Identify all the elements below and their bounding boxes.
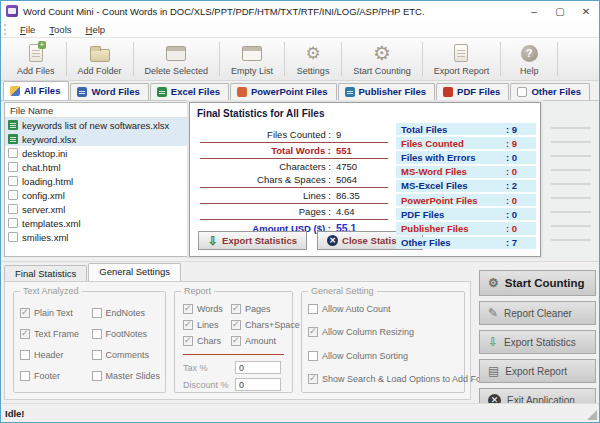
checkbox-box[interactable] (308, 351, 318, 361)
toolbar-separator (557, 42, 558, 76)
menu-tools[interactable]: Tools (42, 24, 78, 35)
tab-all-files[interactable]: All Files (3, 81, 69, 100)
status-bar: Idle! (1, 403, 599, 422)
checkbox-box[interactable] (20, 308, 30, 318)
checkbox-box[interactable] (183, 320, 193, 330)
checkbox-allow-column-sorting[interactable]: Allow Column Sorting (308, 351, 460, 361)
menu-help[interactable]: Help (79, 24, 113, 35)
tab-publisher-files[interactable]: Publisher Files (338, 83, 436, 100)
checkbox-comments[interactable]: Comments (92, 344, 164, 365)
start-counting-action-button[interactable]: ⚙Start Counting (479, 270, 596, 296)
checkbox-box[interactable] (231, 320, 241, 330)
file-row[interactable]: keywords list of new softwares.xlsx (5, 118, 187, 132)
checkbox-box[interactable] (20, 371, 30, 381)
final-statistics-panel: Final Statistics for All Files Files Cou… (189, 102, 541, 257)
checkbox-allow-auto-count[interactable]: Allow Auto Count (308, 304, 460, 314)
checkbox-amount[interactable]: Amount (231, 333, 300, 349)
statistics-buttons: ⇩Export Statistics ✕Close Statistics (198, 231, 423, 250)
help-icon: ? (521, 43, 538, 64)
checkbox-box[interactable] (92, 329, 102, 339)
checkbox-header[interactable]: Header (20, 344, 92, 365)
export-report-button[interactable]: Export Report (424, 38, 500, 80)
file-row[interactable]: chat.html (5, 160, 187, 174)
start-counting-gear-icon: ⚙ (373, 43, 391, 64)
settings-button[interactable]: ⚙ Settings (286, 38, 340, 80)
checkbox-box[interactable] (92, 308, 102, 318)
toolbar-separator (422, 42, 423, 76)
checkbox-box[interactable] (92, 350, 102, 360)
file-type-tabs: All Files Word Files Excel Files PowerPo… (1, 81, 599, 101)
tab-final-statistics[interactable]: Final Statistics (4, 265, 87, 281)
checkbox-endnotes[interactable]: EndNotes (92, 302, 164, 323)
minimize-button-icon[interactable]: – (521, 1, 547, 21)
checkbox-box[interactable] (20, 350, 30, 360)
tab-excel-files[interactable]: Excel Files (150, 83, 229, 100)
add-files-button[interactable]: + Add Files (7, 38, 65, 80)
tab-general-settings[interactable]: General Settings (88, 263, 181, 281)
tab-powerpoint-files[interactable]: PowerPoint Files (230, 83, 337, 100)
file-row[interactable]: server.xml (5, 202, 187, 216)
checkbox-master-slides[interactable]: Master Slides (92, 365, 164, 386)
main-area: File Name keywords list of new softwares… (1, 101, 599, 259)
export-statistics-button[interactable]: ⇩Export Statistics (198, 231, 307, 250)
type-count-row: MS-Word Files: 0 (396, 166, 536, 178)
checkbox-footnotes[interactable]: FootNotes (92, 323, 164, 344)
checkbox-allow-column-resizing[interactable]: Allow Column Resizing (308, 327, 460, 337)
tax-row: Tax % (175, 361, 292, 374)
checkbox-box[interactable] (308, 327, 318, 337)
report-cleaner-button[interactable]: ✎Report Cleaner (479, 301, 596, 325)
checkbox-box[interactable] (183, 304, 193, 314)
file-row[interactable]: keyword.xlsx (5, 132, 187, 146)
checkbox-box[interactable] (20, 329, 30, 339)
file-icon (8, 190, 18, 200)
menu-file[interactable]: File (13, 24, 42, 35)
checkbox-chars-space[interactable]: Chars+Space (231, 317, 300, 333)
tab-pdf-files[interactable]: PDF Files (436, 83, 509, 100)
close-circle-icon: ✕ (327, 235, 338, 246)
export-report-icon (454, 43, 468, 64)
resize-grip[interactable] (587, 410, 597, 420)
file-list: File Name keywords list of new softwares… (4, 102, 188, 257)
checkbox-box[interactable] (183, 336, 193, 346)
checkbox-box[interactable] (231, 336, 241, 346)
checkbox-words[interactable]: Words (183, 301, 231, 317)
close-button-icon[interactable]: ✕ (573, 1, 599, 21)
tab-other-files[interactable]: Other Files (510, 83, 590, 100)
file-row[interactable]: smilies.xml (5, 230, 187, 244)
stat-row: Files Counted :9 (200, 127, 388, 143)
checkbox-box[interactable] (231, 304, 241, 314)
help-button[interactable]: ? Help (502, 38, 556, 80)
tax-input[interactable] (235, 361, 281, 374)
stat-row: Characters :4750 (200, 159, 388, 172)
checkbox-pages[interactable]: Pages (231, 301, 300, 317)
file-list-header[interactable]: File Name (5, 103, 187, 118)
file-row[interactable]: config.xml (5, 188, 187, 202)
file-row[interactable]: loading.html (5, 174, 187, 188)
checkbox-lines[interactable]: Lines (183, 317, 231, 333)
publisher-files-icon (345, 87, 355, 97)
toolbar-separator (66, 42, 67, 76)
export-report-action-button[interactable]: ▤Export Report (479, 359, 596, 383)
empty-list-button[interactable]: Empty List (221, 38, 283, 80)
start-counting-button[interactable]: ⚙ Start Counting (343, 38, 421, 80)
file-icon (8, 176, 18, 186)
checkbox-footer[interactable]: Footer (20, 365, 92, 386)
checkbox-plain-text[interactable]: Plain Text (20, 302, 92, 323)
maximize-button-icon[interactable]: ▢ (547, 1, 573, 21)
checkbox-box[interactable] (308, 304, 318, 314)
type-count-row: Publisher Files: 0 (396, 222, 536, 234)
file-row[interactable]: desktop.ini (5, 146, 187, 160)
checkbox-show-search-load-options[interactable]: Show Search & Load Options to Add Folder… (308, 374, 460, 384)
add-folder-button[interactable]: Add Folder (68, 38, 132, 80)
checkbox-box[interactable] (92, 371, 102, 381)
delete-selected-button[interactable]: Delete Selected (135, 38, 219, 80)
file-row[interactable]: templates.xml (5, 216, 187, 230)
export-statistics-action-button[interactable]: ⇩Export Statistics (479, 330, 596, 354)
checkbox-box[interactable] (308, 374, 318, 384)
checkbox-chars[interactable]: Chars (183, 333, 231, 349)
checkbox-text-frame[interactable]: Text Frame (20, 323, 92, 344)
discount-input[interactable] (235, 378, 281, 391)
tab-word-files[interactable]: Word Files (70, 83, 148, 100)
empty-list-icon (242, 43, 262, 64)
type-count-row: Files Counted: 9 (396, 137, 536, 149)
